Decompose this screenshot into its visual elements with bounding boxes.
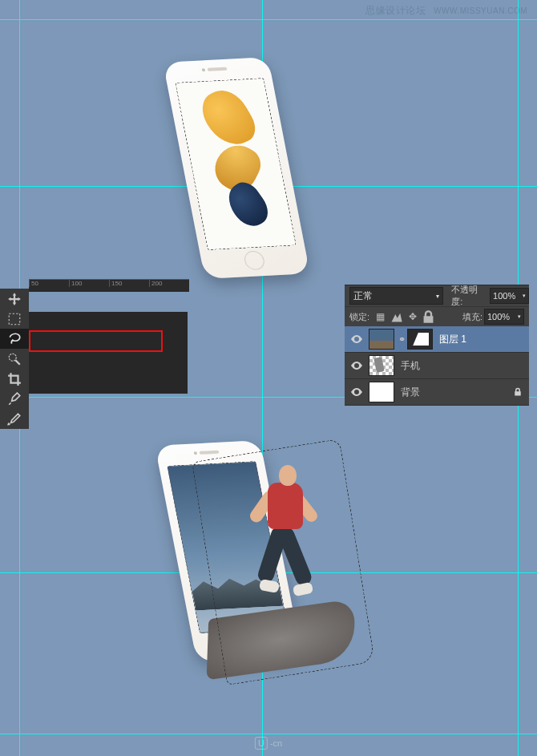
lock-label: 锁定: — [349, 311, 369, 323]
opacity-value: 100% — [493, 291, 515, 301]
layer-name[interactable]: 背景 — [396, 386, 420, 399]
ucn-logo-icon: U — [255, 737, 268, 750]
lock-position-icon[interactable]: ✥ — [405, 309, 420, 324]
lock-image-icon[interactable] — [389, 309, 404, 324]
fill-value: 100% — [487, 312, 510, 321]
layer-row[interactable]: 手机 — [345, 353, 529, 379]
home-button-icon — [243, 250, 266, 270]
guide-horizontal[interactable] — [0, 734, 537, 734]
chevron-down-icon: ▾ — [518, 313, 521, 320]
ruler-tick: 100 — [69, 280, 109, 287]
fill-input[interactable]: 100% ▾ — [484, 309, 524, 325]
lock-icon — [513, 387, 523, 397]
brush-tool[interactable] — [0, 409, 29, 429]
visibility-toggle-icon[interactable] — [345, 359, 369, 372]
layer-thumbnail[interactable] — [369, 382, 394, 402]
site-watermark: 思缘设计论坛 WWW.MISSYUAN.COM — [365, 4, 527, 18]
layers-list: ⚭图层 1手机背景 — [345, 326, 529, 406]
lock-all-icon[interactable] — [421, 309, 436, 324]
crop-tool[interactable] — [0, 369, 29, 389]
phone-screen-selection — [175, 78, 297, 250]
layer-name[interactable]: 图层 1 — [434, 333, 466, 346]
opacity-label: 不透明度: — [451, 284, 488, 308]
layer-thumbnail[interactable] — [369, 329, 394, 350]
phone-mockup-1 — [163, 57, 310, 279]
layers-panel: 正常 ▾ 不透明度: 100% ▾ 锁定: ▦ ✥ 填充: 100% ▾ ⚭图层… — [345, 285, 529, 406]
blend-mode-dropdown[interactable]: 正常 ▾ — [349, 287, 443, 305]
lasso-tool[interactable] — [0, 329, 29, 349]
phone-camera-dot — [193, 451, 197, 455]
visibility-toggle-icon[interactable] — [345, 386, 369, 398]
link-icon[interactable]: ⚭ — [396, 334, 407, 345]
layers-panel-top-row: 正常 ▾ 不透明度: 100% ▾ — [345, 285, 529, 306]
visibility-toggle-icon[interactable] — [345, 333, 369, 346]
ucn-logo-suffix: -cn — [270, 738, 282, 748]
phone-camera-dot — [201, 68, 205, 71]
chevron-down-icon: ▾ — [523, 293, 526, 299]
eyedropper-tool[interactable] — [0, 389, 29, 409]
watermark-cn: 思缘设计论坛 — [365, 5, 426, 16]
phone-speaker — [208, 67, 228, 71]
ruler-tick: 50 — [29, 280, 69, 287]
layer-thumbnail[interactable] — [369, 355, 394, 376]
fill-label: 填充: — [462, 311, 482, 323]
tools-panel — [0, 289, 29, 429]
opacity-input[interactable]: 100% ▾ — [490, 288, 529, 304]
move-tool[interactable] — [0, 289, 29, 309]
fish-fin-gold-1 — [194, 84, 262, 152]
chevron-down-icon: ▾ — [436, 293, 439, 300]
horizontal-ruler: 50100150200 — [29, 279, 189, 292]
flyout-backdrop — [29, 312, 188, 394]
layers-panel-lock-row: 锁定: ▦ ✥ 填充: 100% ▾ — [345, 306, 529, 326]
layer-mask-thumbnail[interactable] — [407, 329, 433, 350]
quick-select-tool[interactable] — [0, 349, 29, 369]
guide-horizontal[interactable] — [0, 19, 537, 20]
svg-rect-0 — [9, 313, 20, 325]
layer-row[interactable]: ⚭图层 1 — [345, 326, 529, 353]
marquee-tool[interactable] — [0, 309, 29, 329]
ruler-tick: 200 — [149, 280, 189, 287]
layer-row[interactable]: 背景 — [345, 379, 529, 406]
watermark-url: WWW.MISSYUAN.COM — [434, 6, 527, 15]
ucn-logo: U -cn — [255, 737, 282, 750]
phone-speaker — [200, 451, 220, 455]
blend-mode-value: 正常 — [353, 289, 373, 303]
svg-point-1 — [9, 354, 16, 361]
ruler-tick: 150 — [109, 280, 149, 287]
layer-name[interactable]: 手机 — [396, 359, 420, 373]
lock-transparent-icon[interactable]: ▦ — [373, 309, 388, 324]
